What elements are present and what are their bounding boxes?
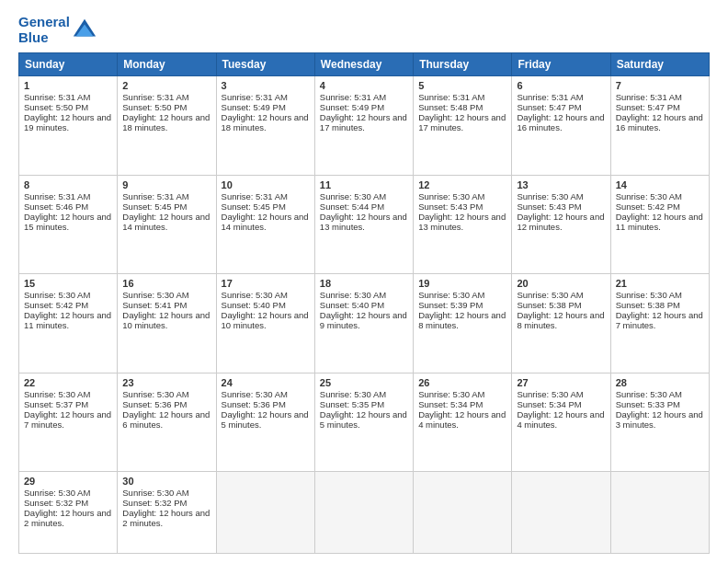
day-number: 6: [517, 80, 605, 91]
sunset-label: Sunset: 5:50 PM: [122, 102, 187, 112]
sunrise-label: Sunrise: 5:30 AM: [24, 389, 90, 399]
sunset-label: Sunset: 5:38 PM: [517, 300, 581, 310]
day-number: 27: [517, 377, 605, 388]
calendar-cell: 11 Sunrise: 5:30 AM Sunset: 5:44 PM Dayl…: [314, 175, 413, 274]
sunset-label: Sunset: 5:32 PM: [122, 498, 187, 508]
sunrise-label: Sunrise: 5:30 AM: [24, 488, 90, 498]
sunset-label: Sunset: 5:40 PM: [222, 300, 286, 310]
day-number: 21: [616, 278, 704, 289]
day-number: 15: [24, 278, 112, 289]
daylight-label: Daylight: 12 hours and 18 minutes.: [122, 112, 210, 132]
daylight-label: Daylight: 12 hours and 5 minutes.: [222, 409, 309, 430]
sunrise-label: Sunrise: 5:30 AM: [418, 191, 484, 201]
daylight-label: Daylight: 12 hours and 16 minutes.: [616, 112, 703, 132]
daylight-label: Daylight: 12 hours and 19 minutes.: [24, 112, 111, 132]
calendar-day-header: Sunday: [19, 53, 118, 76]
calendar-cell: 28 Sunrise: 5:30 AM Sunset: 5:33 PM Dayl…: [610, 373, 709, 472]
sunrise-label: Sunrise: 5:31 AM: [24, 92, 90, 102]
day-number: 23: [122, 377, 210, 388]
day-number: 30: [122, 476, 210, 487]
calendar-cell: 19 Sunrise: 5:30 AM Sunset: 5:39 PM Dayl…: [414, 274, 512, 373]
sunset-label: Sunset: 5:40 PM: [320, 300, 384, 310]
sunrise-label: Sunrise: 5:30 AM: [517, 389, 583, 399]
day-number: 2: [122, 80, 210, 91]
daylight-label: Daylight: 12 hours and 18 minutes.: [222, 112, 309, 132]
daylight-label: Daylight: 12 hours and 17 minutes.: [418, 112, 506, 132]
day-number: 4: [320, 80, 408, 91]
sunset-label: Sunset: 5:41 PM: [122, 300, 187, 310]
day-number: 22: [24, 377, 112, 388]
sunset-label: Sunset: 5:34 PM: [517, 399, 581, 409]
sunset-label: Sunset: 5:48 PM: [418, 102, 483, 112]
day-number: 20: [517, 278, 605, 289]
logo: General Blue: [18, 15, 97, 45]
daylight-label: Daylight: 12 hours and 17 minutes.: [320, 112, 407, 132]
calendar-week-row: 8 Sunrise: 5:31 AM Sunset: 5:46 PM Dayli…: [19, 175, 710, 274]
calendar-cell: 14 Sunrise: 5:30 AM Sunset: 5:42 PM Dayl…: [610, 175, 709, 274]
sunset-label: Sunset: 5:46 PM: [24, 201, 88, 212]
sunset-label: Sunset: 5:36 PM: [122, 399, 187, 409]
daylight-label: Daylight: 12 hours and 14 minutes.: [222, 212, 309, 232]
daylight-label: Daylight: 12 hours and 8 minutes.: [418, 310, 506, 330]
calendar-cell: 17 Sunrise: 5:30 AM Sunset: 5:40 PM Dayl…: [216, 274, 314, 373]
sunrise-label: Sunrise: 5:31 AM: [222, 191, 288, 201]
day-number: 10: [222, 179, 310, 190]
daylight-label: Daylight: 12 hours and 4 minutes.: [517, 409, 604, 430]
daylight-label: Daylight: 12 hours and 7 minutes.: [24, 409, 111, 430]
calendar-day-header: Wednesday: [314, 53, 413, 76]
logo-text: General Blue: [18, 15, 70, 45]
calendar-day-header: Monday: [118, 53, 216, 76]
sunset-label: Sunset: 5:35 PM: [320, 399, 384, 409]
sunrise-label: Sunrise: 5:30 AM: [122, 290, 188, 300]
calendar-cell: [512, 472, 610, 554]
calendar-cell: 3 Sunrise: 5:31 AM Sunset: 5:49 PM Dayli…: [216, 76, 314, 176]
sunrise-label: Sunrise: 5:31 AM: [616, 92, 682, 102]
sunrise-label: Sunrise: 5:31 AM: [24, 191, 90, 201]
calendar-cell: [314, 472, 413, 554]
calendar-header-row: SundayMondayTuesdayWednesdayThursdayFrid…: [19, 53, 710, 76]
calendar-cell: 16 Sunrise: 5:30 AM Sunset: 5:41 PM Dayl…: [118, 274, 216, 373]
calendar-week-row: 15 Sunrise: 5:30 AM Sunset: 5:42 PM Dayl…: [19, 274, 710, 373]
sunrise-label: Sunrise: 5:30 AM: [24, 290, 90, 300]
day-number: 16: [122, 278, 210, 289]
day-number: 13: [517, 179, 605, 190]
sunset-label: Sunset: 5:43 PM: [517, 201, 581, 212]
calendar-cell: 21 Sunrise: 5:30 AM Sunset: 5:38 PM Dayl…: [610, 274, 709, 373]
day-number: 1: [24, 80, 112, 91]
daylight-label: Daylight: 12 hours and 13 minutes.: [418, 212, 506, 232]
daylight-label: Daylight: 12 hours and 10 minutes.: [222, 310, 309, 330]
sunrise-label: Sunrise: 5:30 AM: [616, 290, 682, 300]
day-number: 25: [320, 377, 408, 388]
sunrise-label: Sunrise: 5:31 AM: [122, 191, 188, 201]
sunrise-label: Sunrise: 5:31 AM: [320, 92, 386, 102]
calendar-cell: 25 Sunrise: 5:30 AM Sunset: 5:35 PM Dayl…: [314, 373, 413, 472]
sunset-label: Sunset: 5:43 PM: [418, 201, 483, 212]
sunrise-label: Sunrise: 5:31 AM: [418, 92, 484, 102]
calendar-cell: 10 Sunrise: 5:31 AM Sunset: 5:45 PM Dayl…: [216, 175, 314, 274]
sunset-label: Sunset: 5:34 PM: [418, 399, 483, 409]
day-number: 18: [320, 278, 408, 289]
calendar-cell: 22 Sunrise: 5:30 AM Sunset: 5:37 PM Dayl…: [19, 373, 118, 472]
sunrise-label: Sunrise: 5:30 AM: [122, 488, 188, 498]
sunset-label: Sunset: 5:36 PM: [222, 399, 286, 409]
calendar-week-row: 22 Sunrise: 5:30 AM Sunset: 5:37 PM Dayl…: [19, 373, 710, 472]
sunrise-label: Sunrise: 5:30 AM: [222, 389, 288, 399]
calendar-cell: 7 Sunrise: 5:31 AM Sunset: 5:47 PM Dayli…: [610, 76, 709, 176]
day-number: 12: [418, 179, 506, 190]
sunset-label: Sunset: 5:47 PM: [517, 102, 581, 112]
day-number: 9: [122, 179, 210, 190]
sunset-label: Sunset: 5:49 PM: [222, 102, 286, 112]
sunrise-label: Sunrise: 5:30 AM: [222, 290, 288, 300]
day-number: 29: [24, 476, 112, 487]
daylight-label: Daylight: 12 hours and 6 minutes.: [122, 409, 210, 430]
calendar-cell: 20 Sunrise: 5:30 AM Sunset: 5:38 PM Dayl…: [512, 274, 610, 373]
sunrise-label: Sunrise: 5:30 AM: [517, 191, 583, 201]
sunset-label: Sunset: 5:39 PM: [418, 300, 483, 310]
sunset-label: Sunset: 5:45 PM: [222, 201, 286, 212]
calendar-cell: 12 Sunrise: 5:30 AM Sunset: 5:43 PM Dayl…: [414, 175, 512, 274]
calendar-day-header: Friday: [512, 53, 610, 76]
day-number: 17: [222, 278, 310, 289]
sunrise-label: Sunrise: 5:30 AM: [418, 290, 484, 300]
daylight-label: Daylight: 12 hours and 15 minutes.: [24, 212, 111, 232]
calendar-cell: [414, 472, 512, 554]
